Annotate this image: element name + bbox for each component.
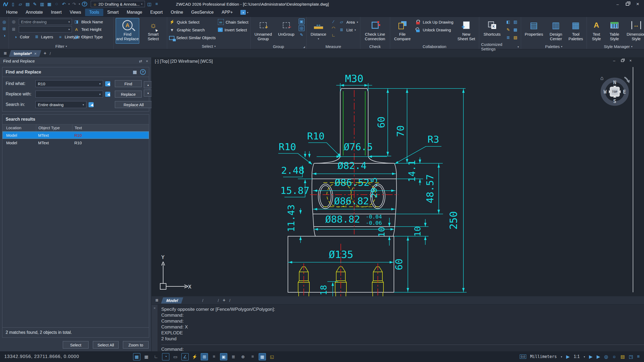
chain-select-button[interactable]: ∞Chain Select <box>218 19 248 25</box>
search-in-combo[interactable]: Entire drawing▾ <box>35 101 86 108</box>
search-pick-icon[interactable] <box>89 102 94 107</box>
tab-close-icon[interactable]: × <box>34 51 37 56</box>
save-icon[interactable]: ▤ <box>25 1 30 7</box>
new-file-icon[interactable]: ▯ <box>10 1 16 7</box>
group-select-icon[interactable]: ◎ <box>299 25 305 31</box>
find-what-combo[interactable]: R10▾ <box>35 80 103 87</box>
table-style-button[interactable]: TableStyle <box>606 18 623 44</box>
alias-edit-icon[interactable]: ◧ <box>505 19 511 25</box>
panel-settings-icon[interactable]: ▦ <box>133 69 137 75</box>
redo-caret-icon[interactable]: ▾ <box>79 3 80 5</box>
minimize-button[interactable]: – <box>617 2 619 6</box>
menu-smart[interactable]: Smart <box>103 9 123 16</box>
new-tab-button[interactable]: + <box>43 51 46 56</box>
panel-title-bar[interactable]: Find and Replace ⇄ × <box>0 57 151 65</box>
tab-model[interactable]: Model <box>161 297 183 304</box>
area-button[interactable]: ▱Area▾ <box>339 19 358 25</box>
cursor-badge-icon[interactable]: ◎ <box>604 354 608 360</box>
zoom-to-button[interactable]: Zoom to <box>123 341 149 349</box>
menu-geoservice[interactable]: GeoService <box>187 9 218 16</box>
command-line-panel[interactable]: × Specify opposite corner or [Fence/WPol… <box>152 304 644 351</box>
annotation-visibility-icon[interactable]: ▶ <box>589 354 592 360</box>
text-style-button[interactable]: A TextStyle <box>589 18 604 44</box>
transparency-toggle[interactable]: ▣ <box>220 353 227 360</box>
panel-dock-icon[interactable]: ⇄ <box>139 59 142 63</box>
annotation-add-toggle[interactable]: ⊕ <box>239 353 247 360</box>
ribbon-caret-icon[interactable]: ▾ <box>247 11 248 14</box>
redo-icon[interactable]: ↷ <box>72 1 77 7</box>
lock-up-drawing-button[interactable]: Lock Up Drawing <box>415 19 453 25</box>
viewport-restore-icon[interactable] <box>621 60 624 62</box>
compass-top-label[interactable]: TOP <box>612 90 617 94</box>
layout-menu-icon[interactable]: ≡ <box>155 297 158 303</box>
combo-caret-icon[interactable]: ▾ <box>68 20 70 23</box>
search-combo-caret[interactable]: ▾ <box>83 103 84 106</box>
ribbon-collapse-control[interactable]: ▴ ▾ <box>240 10 248 15</box>
distance-caret-icon[interactable]: ▾ <box>318 37 319 40</box>
snap-tracking-toggle[interactable]: ⚡ <box>191 353 198 360</box>
lineweight-toggle[interactable]: ≡ <box>210 353 218 360</box>
check-section-label[interactable]: Check <box>362 44 388 49</box>
settings-gear-icon[interactable]: ☼ <box>612 354 616 359</box>
table-row[interactable]: Model MText R10 <box>2 139 149 146</box>
group-on-icon[interactable]: ▣ <box>299 19 305 24</box>
units-caret-icon[interactable]: ▾ <box>561 355 562 358</box>
new-layout-button[interactable]: + <box>223 298 226 303</box>
close-button[interactable]: × <box>636 1 639 7</box>
customized-settings-label[interactable]: Customized Settings▾ <box>481 44 519 50</box>
command-prompt[interactable]: Command: <box>161 346 644 352</box>
workspace-grid-toggle[interactable]: ▦ <box>259 353 266 360</box>
select-region-icon[interactable]: ◎ <box>1 19 7 25</box>
save-as-icon[interactable]: ✎ <box>32 1 38 7</box>
undo-caret-icon[interactable]: ▾ <box>68 3 70 5</box>
replace-all-button[interactable]: Replace All <box>115 101 152 108</box>
distance-button[interactable]: ↔ Distance ▾ <box>309 18 328 44</box>
find-and-replace-button[interactable]: A Findand Replace <box>116 18 139 44</box>
units-selector[interactable]: Millimeters <box>530 354 557 359</box>
select-button[interactable]: Select <box>63 341 89 349</box>
polar-tracking-toggle[interactable]: ◔ <box>162 353 169 360</box>
scale-caret-icon[interactable]: ▾ <box>584 355 585 358</box>
col-object-type[interactable]: Object Type <box>36 124 72 131</box>
help-icon[interactable]: ? <box>82 2 87 6</box>
dynamic-input-toggle[interactable]: ⊞ <box>201 353 208 360</box>
properties-button[interactable]: ▤ Properties <box>523 18 545 44</box>
print-icon[interactable]: ▦ <box>47 1 52 7</box>
col-text[interactable]: Text <box>72 124 149 131</box>
drawing-viewport[interactable]: [-] [Top] [2D Wireframe] [WCS] – × ⌂ N E… <box>152 57 644 296</box>
unlock-drawing-button[interactable]: Unlock Drawing <box>415 26 453 33</box>
filter-value-combo[interactable]: ▾ <box>19 26 72 32</box>
select-objects-icon[interactable]: ⊞ <box>1 26 7 32</box>
unnamed-group-button[interactable]: + UnnamedGroup <box>253 18 274 44</box>
file-compare-button[interactable]: FileCompare <box>392 18 413 44</box>
toolbox-icon[interactable]: ◫ <box>147 1 152 7</box>
block-name-button[interactable]: ◨Block Name <box>74 18 112 25</box>
annotation-scale-icon[interactable]: ▶ <box>566 354 570 360</box>
menu-annotate[interactable]: Annotate <box>22 9 47 16</box>
menu-tools[interactable]: Tools <box>85 9 103 16</box>
menu-home[interactable]: Home <box>2 9 22 16</box>
compass-west[interactable]: W <box>603 89 607 95</box>
ortho-toggle[interactable]: ∟ <box>152 353 160 360</box>
select-similar-button[interactable]: Select Similar Objects <box>169 34 216 41</box>
filter-section-label[interactable]: Filter▾ <box>11 43 112 49</box>
full-screen-icon[interactable]: ◳ <box>629 354 633 360</box>
linetype-manager-icon[interactable]: ▥ <box>513 19 518 25</box>
find-pick-icon[interactable] <box>105 81 110 86</box>
replace-pick-icon[interactable] <box>105 92 110 97</box>
menu-insert[interactable]: Insert <box>47 9 66 16</box>
command-close-icon[interactable]: × <box>152 305 158 351</box>
compass-south[interactable]: S <box>613 98 616 104</box>
isolate-objects-toggle[interactable]: ◱ <box>268 353 276 360</box>
menu-views[interactable]: Views <box>66 9 85 16</box>
group-section-label[interactable]: Group◢ <box>253 44 305 49</box>
restore-button[interactable] <box>626 3 629 6</box>
filter-color-button[interactable]: ◑Color <box>11 33 31 40</box>
check-line-connection-button[interactable]: Check LineConnection <box>362 18 388 44</box>
open-file-icon[interactable]: ▱ <box>18 1 23 7</box>
table-row[interactable]: Model MText R10 <box>2 131 149 139</box>
result-next-button[interactable]: ▾ <box>144 90 152 97</box>
invert-select-button[interactable]: −Invert Select <box>218 26 248 33</box>
find-button[interactable]: Find <box>115 80 142 87</box>
smart-select-button[interactable]: ☼▲ SmartSelect <box>141 18 165 44</box>
